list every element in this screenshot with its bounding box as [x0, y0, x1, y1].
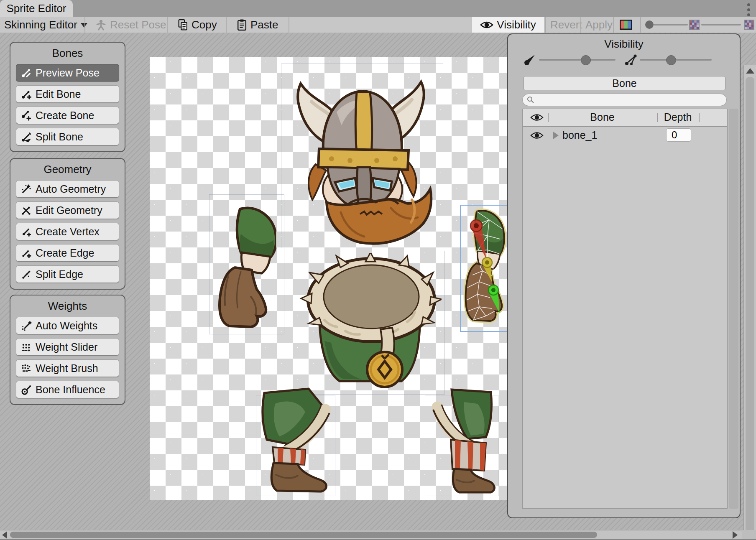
- tab-title: Sprite Editor: [6, 2, 66, 15]
- apply-button[interactable]: Apply: [585, 17, 613, 33]
- bone-influence-button[interactable]: Bone Influence: [16, 381, 119, 398]
- toolbar-divider: [640, 17, 641, 33]
- bones-panel-title: Bones: [16, 47, 119, 60]
- preview-pose-button[interactable]: Preview Pose: [16, 64, 119, 82]
- weight-slider-icon: [20, 341, 32, 353]
- horizontal-scrollbar[interactable]: [0, 530, 742, 539]
- scroll-up-arrow[interactable]: [746, 68, 754, 74]
- vertical-scrollbar[interactable]: [743, 65, 756, 540]
- bone-opacity-slider[interactable]: [539, 59, 616, 61]
- preview-pose-label: Preview Pose: [36, 67, 100, 79]
- visibility-panel: Visibility Bone: [507, 33, 741, 518]
- auto-weights-icon: [20, 320, 32, 331]
- split-bone-icon: [20, 131, 32, 143]
- reset-pose-icon: [95, 19, 107, 31]
- sprite-canvas[interactable]: [150, 57, 507, 500]
- auto-geometry-label: Auto Geometry: [36, 183, 106, 195]
- toolbar-divider: [545, 17, 546, 33]
- mesh-opacity-knob[interactable]: [666, 55, 676, 65]
- scroll-left-arrow[interactable]: [2, 531, 7, 539]
- toolbar-divider: [580, 17, 581, 33]
- toolbar-divider: [289, 17, 289, 33]
- bone-name[interactable]: bone_1: [562, 129, 597, 141]
- copy-label: Copy: [192, 18, 217, 31]
- edit-bone-button[interactable]: Edit Bone: [16, 85, 119, 103]
- visibility-toggle-button[interactable]: Visibility: [472, 17, 544, 33]
- create-vertex-button[interactable]: Create Vertex: [16, 223, 119, 240]
- copy-icon: [178, 19, 188, 31]
- create-bone-button[interactable]: Create Bone: [16, 107, 119, 124]
- sprite-leg-right[interactable]: [427, 387, 496, 494]
- weights-panel-title: Weights: [16, 300, 119, 313]
- mesh-opacity-slider[interactable]: [701, 24, 741, 25]
- weight-brush-label: Weight Brush: [36, 362, 98, 374]
- paste-label: Paste: [250, 18, 278, 31]
- bone-influence-label: Bone Influence: [36, 384, 105, 396]
- auto-weights-label: Auto Weights: [36, 320, 97, 332]
- bone-visibility-eye-icon[interactable]: [530, 131, 544, 140]
- visibility-column-eye-icon[interactable]: [530, 113, 544, 122]
- expand-arrow-icon[interactable]: [553, 132, 559, 139]
- bone-column-header[interactable]: Bone: [548, 111, 657, 123]
- split-edge-icon: [20, 269, 32, 280]
- tab-sprite-editor[interactable]: Sprite Editor: [0, 0, 73, 17]
- toolbar: Skinning Editor Reset Pose Copy: [0, 17, 756, 33]
- bone-influence-icon: [20, 384, 32, 395]
- depth-column-header[interactable]: Depth: [657, 111, 699, 123]
- sprite-leg-left[interactable]: [258, 387, 332, 494]
- visibility-label: Visibility: [497, 18, 536, 31]
- reset-pose-label: Reset Pose: [110, 18, 166, 31]
- create-edge-icon: [20, 247, 32, 259]
- auto-geometry-icon: [20, 183, 32, 195]
- weight-slider-button[interactable]: Weight Slider: [16, 338, 119, 356]
- scroll-right-arrow[interactable]: [733, 531, 738, 539]
- sprite-opacity-slider[interactable]: [654, 24, 688, 25]
- split-bone-button[interactable]: Split Bone: [16, 128, 119, 145]
- sprite-opacity-slider-knob[interactable]: [645, 20, 654, 29]
- texture-pattern-icon[interactable]: [744, 20, 754, 30]
- bone-list-header: Bone Depth: [523, 109, 727, 127]
- create-vertex-label: Create Vertex: [36, 226, 100, 238]
- sprite-head[interactable]: [286, 62, 437, 246]
- weights-panel: Weights Auto Weights Weight Slider: [10, 295, 125, 405]
- sprite-arm[interactable]: [216, 205, 276, 328]
- vertical-scrollbar-thumb[interactable]: [746, 77, 754, 540]
- sprite-color-swatch-button[interactable]: [620, 17, 632, 33]
- edit-geometry-icon: [20, 205, 32, 216]
- bone-search-field[interactable]: [522, 94, 727, 106]
- edit-geometry-button[interactable]: Edit Geometry: [16, 201, 119, 219]
- bone-opacity-knob[interactable]: [581, 55, 591, 65]
- chevron-down-icon: [81, 23, 87, 28]
- search-icon: [527, 96, 534, 104]
- horizontal-scrollbar-thumb[interactable]: [10, 532, 597, 538]
- auto-weights-button[interactable]: Auto Weights: [16, 317, 119, 334]
- paste-button[interactable]: Paste: [237, 17, 278, 33]
- revert-label: Revert: [550, 18, 582, 31]
- split-edge-button[interactable]: Split Edge: [16, 265, 119, 283]
- geometry-panel-title: Geometry: [16, 163, 119, 176]
- skinning-editor-dropdown[interactable]: Skinning Editor: [4, 17, 87, 33]
- reset-pose-button[interactable]: Reset Pose: [95, 17, 166, 33]
- bone-category-button[interactable]: Bone: [524, 76, 725, 90]
- bone-category-label: Bone: [612, 77, 636, 89]
- preview-pose-icon: [20, 67, 32, 79]
- bone-row[interactable]: bone_1: [523, 127, 727, 144]
- sprite-torso[interactable]: [299, 253, 442, 391]
- edit-geometry-label: Edit Geometry: [36, 204, 102, 217]
- sprite-arm-skinned[interactable]: [462, 208, 506, 329]
- toolbar-divider: [613, 17, 614, 33]
- kebab-menu-icon[interactable]: [746, 3, 751, 17]
- weight-brush-button[interactable]: Weight Brush: [16, 359, 119, 377]
- texture-pattern-icon[interactable]: [689, 20, 700, 30]
- search-input[interactable]: [537, 94, 722, 106]
- copy-button[interactable]: Copy: [178, 17, 217, 33]
- paste-icon: [237, 19, 247, 31]
- auto-geometry-button[interactable]: Auto Geometry: [16, 180, 119, 198]
- panel-scrollbar-track[interactable]: [729, 109, 738, 509]
- visibility-panel-title: Visibility: [508, 38, 740, 51]
- create-edge-button[interactable]: Create Edge: [16, 244, 119, 262]
- sprite-editor-window: Sprite Editor Skinning Editor Reset Pose…: [0, 0, 756, 540]
- create-vertex-icon: [20, 226, 32, 237]
- revert-button[interactable]: Revert: [550, 17, 582, 33]
- depth-input[interactable]: [666, 128, 691, 142]
